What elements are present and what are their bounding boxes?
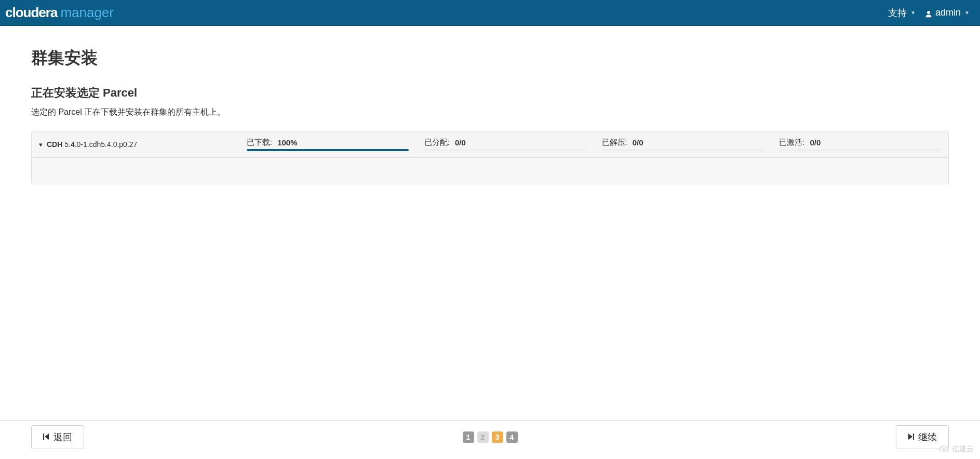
page-description: 选定的 Parcel 正在下载并安装在群集的所有主机上。 [31,107,949,118]
continue-label: 继续 [918,431,937,443]
parcel-name: CDH 5.4.0-1.cdh5.4.0.p0.27 [47,140,137,148]
svg-point-2 [943,449,945,451]
parcel-panel-body [32,158,948,184]
progress-bar [779,149,941,151]
back-button[interactable]: 返回 [31,425,84,449]
watermark: 亿速云 [938,444,974,454]
progress-group: 已下载: 100% 已分配: 0/0 [247,138,941,151]
wizard-step-1[interactable]: 1 [463,431,474,443]
progress-label: 已分配: [424,138,450,147]
parcel-panel-header: ▾ CDH 5.4.0-1.cdh5.4.0.p0.27 已下载: 100% [32,131,948,158]
progress-value: 0/0 [633,138,643,147]
chevron-down-icon: ▾ [39,141,43,148]
brand-logo[interactable]: cloudera manager [5,5,114,21]
wizard-steps: 1 2 3 4 [463,431,518,443]
caret-down-icon: ▼ [910,10,916,16]
user-menu[interactable]: admin ▼ [925,7,970,18]
user-icon [925,9,932,17]
back-label: 返回 [53,431,72,443]
progress-bar [602,149,764,151]
progress-value: 100% [277,138,297,147]
wizard-footer: 返回 1 2 3 4 继续 [0,420,980,459]
step-forward-icon [908,432,914,443]
progress-distributed: 已分配: 0/0 [424,138,586,151]
page-subtitle: 正在安装选定 Parcel [31,85,949,101]
wizard-step-4[interactable]: 4 [506,431,518,443]
nav-right: 支持 ▼ admin ▼ [888,7,970,19]
top-navbar: cloudera manager 支持 ▼ admin ▼ [0,0,980,26]
parcel-toggle[interactable]: ▾ CDH 5.4.0-1.cdh5.4.0.p0.27 [39,140,236,148]
progress-unpacked: 已解压: 0/0 [602,138,764,151]
cloud-icon [938,445,950,454]
support-label: 支持 [888,7,907,19]
main-content: 群集安装 正在安装选定 Parcel 选定的 Parcel 正在下载并安装在群集… [0,26,980,184]
page-title: 群集安装 [31,47,949,70]
progress-value: 0/0 [455,138,466,147]
user-label: admin [935,7,961,18]
svg-rect-0 [43,434,44,440]
progress-value: 0/0 [810,138,821,147]
watermark-text: 亿速云 [952,444,974,454]
wizard-step-3[interactable]: 3 [492,431,503,443]
brand-cloudera-text: cloudera [5,5,57,21]
parcel-panel: ▾ CDH 5.4.0-1.cdh5.4.0.p0.27 已下载: 100% [31,131,949,184]
parcel-version: 5.4.0-1.cdh5.4.0.p0.27 [64,140,137,148]
progress-label: 已激活: [779,138,804,147]
progress-bar [424,149,586,151]
parcel-name-text: CDH [47,140,62,148]
caret-down-icon: ▼ [964,10,970,16]
progress-bar-fill [247,149,409,151]
support-menu[interactable]: 支持 ▼ [888,7,916,19]
wizard-step-2[interactable]: 2 [477,431,489,443]
progress-bar [247,149,409,151]
progress-label: 已下载: [247,138,272,147]
progress-downloaded: 已下载: 100% [247,138,409,151]
progress-label: 已解压: [602,138,627,147]
brand-manager-text: manager [60,5,114,21]
progress-activated: 已激活: 0/0 [779,138,941,151]
svg-rect-1 [913,434,914,440]
step-backward-icon [43,432,49,443]
